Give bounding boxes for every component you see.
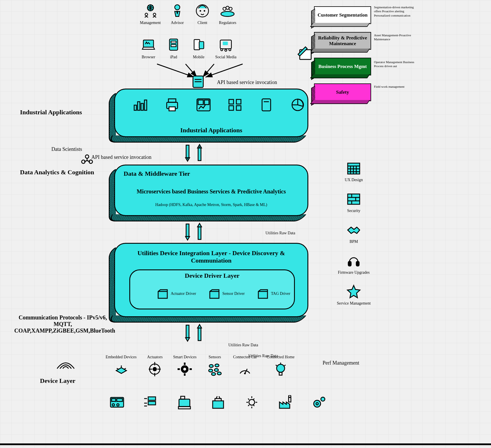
actuator-driver: Actuator Driver [157,289,196,299]
svg-rect-25 [134,105,136,110]
svg-point-52 [153,367,156,371]
svg-rect-16 [199,42,204,49]
tier-data-middleware: Data & Middleware Tier Microservices bas… [114,165,308,216]
device-label: Browser [142,55,155,59]
connected-car: Connected Car [233,355,257,377]
svg-point-6 [204,10,205,11]
svg-rect-75 [179,399,190,407]
card-note-3: Field work management [374,85,417,89]
svg-rect-42 [186,145,189,158]
svg-rect-57 [178,368,180,370]
list-cards-icon [142,394,159,410]
svg-point-64 [217,372,221,375]
svg-rect-18 [223,42,228,45]
tier-industrial-apps: Industrial Applications [114,89,308,137]
svg-rect-79 [289,397,291,402]
svg-rect-13 [171,41,176,43]
svg-point-62 [214,369,218,371]
signal-icon [54,351,77,373]
device-label: Social Media [215,55,236,59]
svg-rect-56 [184,373,186,376]
api-label-1: API based service invocation [217,79,277,85]
card-note-2: Operator Management Business Process dri… [374,60,417,68]
perf-management: Perf Management [323,360,359,366]
svg-rect-43 [198,148,201,161]
svg-rect-74 [148,401,156,405]
speedometer-icon [236,361,253,377]
svg-rect-34 [204,100,209,105]
actor-label: Regulators [219,21,236,25]
actor-regulators: Regulators [219,3,236,25]
svg-point-10 [229,7,232,11]
svg-point-9 [226,6,229,9]
regulators-icon [219,3,236,19]
device-layer-label: Device Layer [40,377,75,385]
calendar-icon [345,160,362,176]
svg-point-80 [289,395,291,397]
util-raw-1: Utilities Raw Data [265,231,295,235]
svg-point-44 [85,155,89,158]
phone-icon [190,37,207,53]
rail-bpm: BPM [345,222,362,244]
protocols-label: Communication Protocols - IPv5/v6, MQTT,… [14,314,111,334]
svg-point-1 [145,13,148,16]
svg-rect-49 [186,325,189,338]
card-note-1: Asset Management-Proactive Maintenance [374,33,417,41]
svg-rect-58 [190,368,192,370]
smart-devices: Smart Devices [173,355,196,377]
svg-rect-26 [138,102,140,110]
svg-rect-55 [184,363,186,365]
headset-icon [345,253,362,269]
tier-integration: Utilities Device Integration Layer - Dev… [114,243,308,317]
svg-rect-11 [143,40,154,47]
svg-rect-50 [198,328,201,341]
card-safety: Safety [314,83,371,101]
card-reliability: Reliability & Predictive Maintenance [314,32,371,50]
apps-grid-icon [226,97,244,113]
sensor-driver: Sensor Driver [209,289,245,299]
svg-rect-87 [348,261,351,266]
tier3-title: Utilities Device Integration Layer - Dev… [126,249,296,264]
chart-icon [132,97,149,113]
svg-rect-31 [169,107,175,111]
register-icon [176,394,193,410]
rail-firmware: Firmware Upgrades [338,253,370,275]
svg-rect-39 [262,99,271,111]
rail-service-mgmt: Service Management [337,283,371,306]
actuators: Actuators [146,355,163,377]
tier2-title: Data & Middleware Tier [124,170,190,177]
printer-icon [164,97,181,113]
device-mobile: Mobile [190,37,207,59]
svg-point-60 [215,364,219,367]
actor-client: Client [194,3,211,25]
svg-point-66 [277,364,285,372]
factory-icon [277,394,294,410]
globe-team-icon [142,3,159,19]
svg-rect-86 [348,194,360,204]
left-industrial-apps: Industrial Applications [20,109,82,116]
svg-rect-33 [198,100,203,105]
gears-icon [311,394,328,410]
tier2-sub: Hadoop (HDFS, Kafka, Apache Metron, Stor… [115,203,307,207]
bi-arrow-1 [183,143,204,163]
sun-icon [243,394,260,410]
target-icon [146,361,163,377]
svg-point-81 [314,400,321,407]
svg-point-3 [175,5,180,10]
star-icon [345,283,362,299]
tier1-label: Industrial Applications [115,127,307,134]
svg-rect-77 [178,407,190,409]
svg-rect-36 [236,99,241,104]
svg-point-83 [321,397,325,401]
advisor-icon [169,3,186,19]
footer-line [0,443,491,445]
pen-paper-icon [297,46,314,62]
sensors: Sensors [206,355,224,377]
svg-rect-76 [181,396,185,399]
util-raw-2: Utilities Raw Data [228,343,258,347]
svg-rect-37 [229,106,234,110]
svg-point-8 [223,7,226,11]
device-ipad: iPad [165,37,182,59]
actor-management: Management [140,3,161,25]
sensor-dots-icon [206,361,224,377]
